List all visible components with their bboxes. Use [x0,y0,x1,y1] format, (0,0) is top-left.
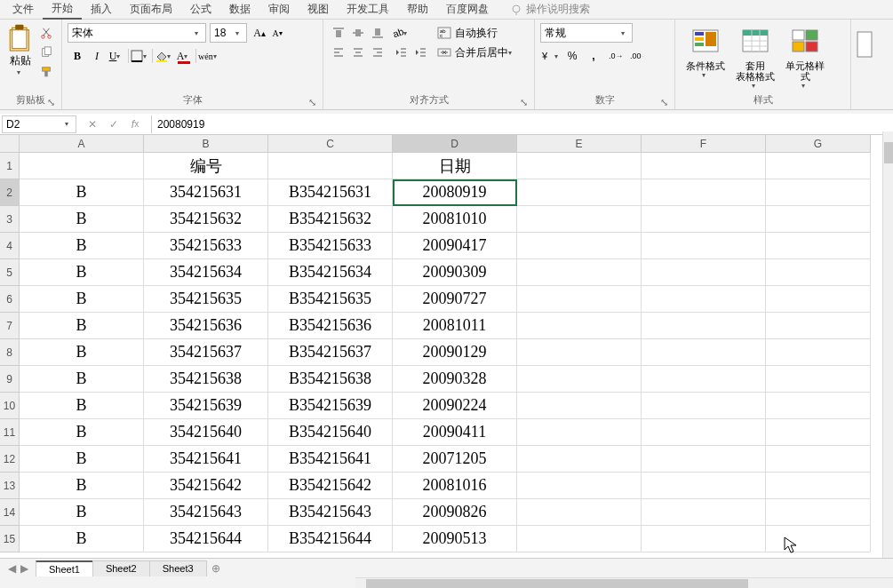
cell[interactable] [642,419,766,446]
cell[interactable] [517,339,642,366]
cell[interactable] [517,473,642,499]
cell[interactable]: B [20,473,144,499]
cell[interactable]: 354215634 [144,259,268,286]
cell[interactable] [517,233,642,259]
cell[interactable]: B [20,259,144,286]
cell[interactable] [517,526,642,552]
decrease-font-button[interactable]: A▾ [268,24,286,42]
cell[interactable] [766,526,871,552]
menu-item-百度网盘[interactable]: 百度网盘 [437,0,498,19]
column-header-C[interactable]: C [268,135,393,153]
menu-item-插入[interactable]: 插入 [82,0,121,19]
cell[interactable]: B [20,446,144,473]
phonetic-button[interactable]: wén▾ [198,46,218,66]
cell[interactable]: B354215643 [268,499,393,526]
italic-button[interactable]: I [87,46,107,66]
decrease-decimal-button[interactable]: .00→.0 [626,46,647,66]
cell[interactable] [20,153,144,179]
dialog-launcher-icon[interactable]: ⤡ [518,97,529,107]
fx-button[interactable]: fx [124,115,146,133]
cell[interactable] [517,393,642,419]
cell[interactable] [517,259,642,286]
row-header[interactable]: 5 [0,259,20,286]
sheet-tab-Sheet1[interactable]: Sheet1 [36,560,93,576]
cell[interactable]: B354215634 [268,259,393,286]
row-header[interactable]: 2 [0,179,20,206]
underline-button[interactable]: U▾ [107,46,126,66]
merge-center-button[interactable]: 合并后居中▾ [437,43,515,62]
cell[interactable] [766,473,871,499]
cell[interactable] [642,473,766,499]
cell[interactable]: 20071205 [393,446,517,473]
increase-font-button[interactable]: A▴ [251,24,268,42]
select-all-corner[interactable] [0,135,20,153]
cell[interactable] [642,526,766,552]
cell[interactable] [642,366,766,393]
row-header[interactable]: 15 [0,526,20,552]
cell[interactable] [766,419,871,446]
cell[interactable] [642,339,766,366]
scroll-thumb[interactable] [884,142,893,163]
number-format-select[interactable]: 常规▾ [540,23,633,43]
vertical-scrollbar[interactable] [882,131,893,558]
decrease-indent-button[interactable] [391,43,411,62]
column-header-D[interactable]: D [393,135,517,153]
cell[interactable]: 20090309 [393,259,517,286]
row-header[interactable]: 4 [0,233,20,259]
cell[interactable] [517,419,642,446]
cell[interactable]: 20081010 [393,206,517,233]
menu-item-数据[interactable]: 数据 [220,0,259,19]
name-box[interactable]: D2▾ [2,115,76,133]
cell[interactable]: B [20,419,144,446]
cell[interactable]: B354215633 [268,233,393,259]
cell[interactable]: B354215640 [268,419,393,446]
row-header[interactable]: 3 [0,206,20,233]
cell[interactable] [766,206,871,233]
cell[interactable] [766,179,871,206]
row-header[interactable]: 12 [0,446,20,473]
sheet-next-button[interactable]: ▶ [18,562,30,575]
font-name-select[interactable]: 宋体▾ [68,23,206,43]
cell[interactable] [642,206,766,233]
cell[interactable] [642,179,766,206]
bold-button[interactable]: B [68,46,87,66]
cell[interactable]: 354215639 [144,393,268,419]
cell[interactable]: 354215633 [144,233,268,259]
font-size-select[interactable]: 18▾ [210,23,247,43]
align-middle-button[interactable] [348,23,368,43]
cell[interactable]: 20080919 [393,179,517,206]
cell[interactable]: B [20,366,144,393]
cell[interactable]: B354215641 [268,446,393,473]
cell[interactable]: 20090411 [393,419,517,446]
conditional-format-button[interactable]: 条件格式▾ [682,23,729,79]
cell[interactable]: B354215642 [268,473,393,499]
menu-item-审阅[interactable]: 审阅 [259,0,299,19]
cell[interactable] [766,393,871,419]
cell[interactable] [766,313,871,339]
row-header[interactable]: 14 [0,499,20,526]
sheet-tab-Sheet3[interactable]: Sheet3 [149,560,207,576]
copy-button[interactable] [36,43,56,62]
dialog-launcher-icon[interactable]: ⤡ [307,97,317,107]
font-color-button[interactable]: A▾ [174,46,194,66]
cell[interactable] [517,366,642,393]
cell[interactable] [517,179,642,206]
align-center-button[interactable] [348,43,368,62]
cell[interactable]: B [20,179,144,206]
cell[interactable]: B [20,339,144,366]
cell[interactable] [766,233,871,259]
column-header-F[interactable]: F [642,135,766,153]
sheet-tab-Sheet2[interactable]: Sheet2 [92,560,150,576]
cell[interactable] [766,286,871,313]
cell[interactable]: 日期 [393,153,517,179]
tell-me-search[interactable]: 操作说明搜索 [510,2,590,17]
menu-item-文件[interactable]: 文件 [4,0,43,19]
cell[interactable]: 354215642 [144,473,268,499]
cell-styles-button[interactable]: 单元格样式▾ [782,23,828,90]
format-painter-button[interactable] [36,62,56,82]
cell[interactable]: B354215631 [268,179,393,206]
cell[interactable]: 354215641 [144,446,268,473]
row-header[interactable]: 9 [0,366,20,393]
menu-item-帮助[interactable]: 帮助 [398,0,437,19]
cell[interactable] [766,259,871,286]
